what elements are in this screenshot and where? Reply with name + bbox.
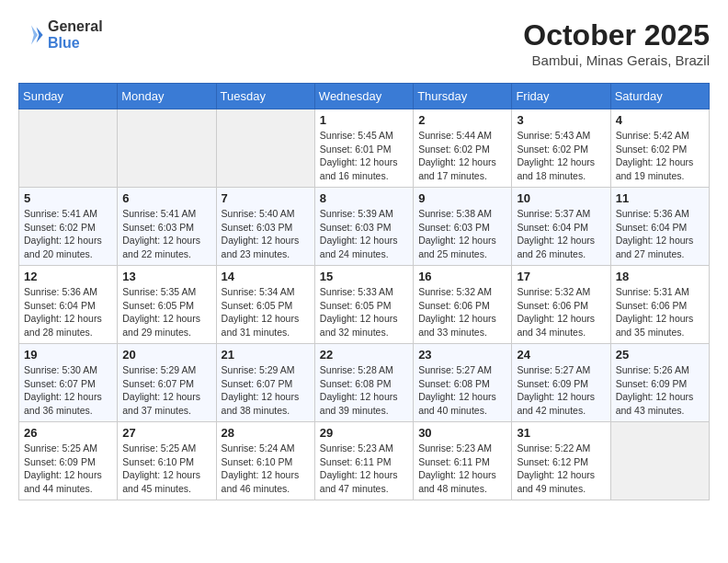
- day-number: 22: [320, 348, 408, 362]
- day-number: 28: [222, 426, 310, 440]
- day-number: 1: [320, 113, 408, 127]
- day-number: 4: [616, 113, 704, 127]
- week-row-4: 19Sunrise: 5:30 AM Sunset: 6:07 PM Dayli…: [19, 344, 710, 422]
- day-header-tuesday: Tuesday: [216, 84, 314, 109]
- day-cell: 14Sunrise: 5:34 AM Sunset: 6:05 PM Dayli…: [216, 266, 314, 344]
- day-cell: 21Sunrise: 5:29 AM Sunset: 6:07 PM Dayli…: [216, 344, 314, 422]
- logo-icon: [18, 22, 44, 48]
- day-number: 23: [418, 348, 506, 362]
- day-number: 29: [320, 426, 408, 440]
- day-number: 12: [24, 270, 112, 283]
- day-cell: 30Sunrise: 5:23 AM Sunset: 6:11 PM Dayli…: [414, 422, 512, 500]
- day-info: Sunrise: 5:32 AM Sunset: 6:06 PM Dayligh…: [517, 285, 605, 339]
- day-number: 25: [616, 348, 704, 362]
- day-cell: 19Sunrise: 5:30 AM Sunset: 6:07 PM Dayli…: [19, 344, 118, 422]
- day-header-saturday: Saturday: [610, 84, 709, 109]
- day-info: Sunrise: 5:44 AM Sunset: 6:02 PM Dayligh…: [418, 129, 506, 183]
- day-cell: 5Sunrise: 5:41 AM Sunset: 6:02 PM Daylig…: [19, 188, 118, 266]
- day-cell: 31Sunrise: 5:22 AM Sunset: 6:12 PM Dayli…: [512, 422, 610, 500]
- day-header-monday: Monday: [118, 84, 216, 109]
- day-info: Sunrise: 5:25 AM Sunset: 6:10 PM Dayligh…: [122, 442, 210, 496]
- day-cell: 4Sunrise: 5:42 AM Sunset: 6:02 PM Daylig…: [610, 109, 709, 188]
- day-info: Sunrise: 5:32 AM Sunset: 6:06 PM Dayligh…: [418, 285, 506, 339]
- day-info: Sunrise: 5:33 AM Sunset: 6:05 PM Dayligh…: [320, 285, 408, 339]
- day-cell: [610, 422, 709, 500]
- day-number: 15: [320, 270, 408, 283]
- day-header-sunday: Sunday: [19, 84, 118, 109]
- day-cell: [216, 109, 314, 188]
- day-info: Sunrise: 5:23 AM Sunset: 6:11 PM Dayligh…: [320, 442, 408, 496]
- day-cell: 27Sunrise: 5:25 AM Sunset: 6:10 PM Dayli…: [118, 422, 216, 500]
- day-info: Sunrise: 5:22 AM Sunset: 6:12 PM Dayligh…: [517, 442, 605, 496]
- day-number: 14: [222, 270, 310, 283]
- day-info: Sunrise: 5:28 AM Sunset: 6:08 PM Dayligh…: [320, 363, 408, 418]
- day-number: 13: [122, 270, 210, 283]
- day-info: Sunrise: 5:29 AM Sunset: 6:07 PM Dayligh…: [122, 363, 210, 418]
- day-number: 30: [418, 426, 506, 440]
- day-info: Sunrise: 5:42 AM Sunset: 6:02 PM Dayligh…: [616, 129, 704, 183]
- day-cell: 9Sunrise: 5:38 AM Sunset: 6:03 PM Daylig…: [414, 188, 512, 266]
- week-row-5: 26Sunrise: 5:25 AM Sunset: 6:09 PM Dayli…: [19, 422, 710, 500]
- day-number: 17: [517, 270, 605, 283]
- day-info: Sunrise: 5:29 AM Sunset: 6:07 PM Dayligh…: [222, 363, 310, 418]
- day-cell: 2Sunrise: 5:44 AM Sunset: 6:02 PM Daylig…: [414, 109, 512, 188]
- day-info: Sunrise: 5:45 AM Sunset: 6:01 PM Dayligh…: [320, 129, 408, 183]
- page-header: General Blue October 2025 Bambui, Minas …: [18, 18, 710, 68]
- day-number: 11: [616, 191, 704, 205]
- day-cell: 10Sunrise: 5:37 AM Sunset: 6:04 PM Dayli…: [512, 188, 610, 266]
- logo: General Blue: [18, 18, 103, 51]
- day-number: 20: [122, 348, 210, 362]
- day-cell: 29Sunrise: 5:23 AM Sunset: 6:11 PM Dayli…: [314, 422, 413, 500]
- day-cell: 20Sunrise: 5:29 AM Sunset: 6:07 PM Dayli…: [118, 344, 216, 422]
- day-number: 18: [616, 270, 704, 283]
- day-info: Sunrise: 5:27 AM Sunset: 6:08 PM Dayligh…: [418, 363, 506, 418]
- day-number: 3: [517, 113, 605, 127]
- day-number: 2: [418, 113, 506, 127]
- day-info: Sunrise: 5:41 AM Sunset: 6:03 PM Dayligh…: [122, 207, 210, 261]
- logo-text: General Blue: [48, 18, 103, 51]
- day-header-wednesday: Wednesday: [314, 84, 413, 109]
- day-info: Sunrise: 5:43 AM Sunset: 6:02 PM Dayligh…: [517, 129, 605, 183]
- day-number: 19: [24, 348, 112, 362]
- day-info: Sunrise: 5:23 AM Sunset: 6:11 PM Dayligh…: [418, 442, 506, 496]
- day-cell: 22Sunrise: 5:28 AM Sunset: 6:08 PM Dayli…: [314, 344, 413, 422]
- day-info: Sunrise: 5:34 AM Sunset: 6:05 PM Dayligh…: [222, 285, 310, 339]
- day-info: Sunrise: 5:36 AM Sunset: 6:04 PM Dayligh…: [24, 285, 112, 339]
- day-info: Sunrise: 5:38 AM Sunset: 6:03 PM Dayligh…: [418, 207, 506, 261]
- day-info: Sunrise: 5:30 AM Sunset: 6:07 PM Dayligh…: [24, 363, 112, 418]
- day-cell: 23Sunrise: 5:27 AM Sunset: 6:08 PM Dayli…: [414, 344, 512, 422]
- day-number: 5: [24, 191, 112, 205]
- day-cell: 17Sunrise: 5:32 AM Sunset: 6:06 PM Dayli…: [512, 266, 610, 344]
- day-number: 21: [222, 348, 310, 362]
- day-cell: 7Sunrise: 5:40 AM Sunset: 6:03 PM Daylig…: [216, 188, 314, 266]
- calendar-header-row: SundayMondayTuesdayWednesdayThursdayFrid…: [19, 84, 710, 109]
- day-info: Sunrise: 5:26 AM Sunset: 6:09 PM Dayligh…: [616, 363, 704, 418]
- day-header-thursday: Thursday: [414, 84, 512, 109]
- day-info: Sunrise: 5:31 AM Sunset: 6:06 PM Dayligh…: [616, 285, 704, 339]
- day-info: Sunrise: 5:24 AM Sunset: 6:10 PM Dayligh…: [222, 442, 310, 496]
- day-number: 9: [418, 191, 506, 205]
- day-number: 26: [24, 426, 112, 440]
- day-info: Sunrise: 5:40 AM Sunset: 6:03 PM Dayligh…: [222, 207, 310, 261]
- day-cell: 16Sunrise: 5:32 AM Sunset: 6:06 PM Dayli…: [414, 266, 512, 344]
- day-cell: 8Sunrise: 5:39 AM Sunset: 6:03 PM Daylig…: [314, 188, 413, 266]
- day-cell: 11Sunrise: 5:36 AM Sunset: 6:04 PM Dayli…: [610, 188, 709, 266]
- day-number: 10: [517, 191, 605, 205]
- title-block: October 2025 Bambui, Minas Gerais, Brazi…: [523, 18, 710, 68]
- day-cell: 15Sunrise: 5:33 AM Sunset: 6:05 PM Dayli…: [314, 266, 413, 344]
- logo-blue: Blue: [48, 35, 103, 52]
- day-cell: 25Sunrise: 5:26 AM Sunset: 6:09 PM Dayli…: [610, 344, 709, 422]
- logo-general: General: [48, 18, 103, 35]
- day-info: Sunrise: 5:41 AM Sunset: 6:02 PM Dayligh…: [24, 207, 112, 261]
- day-info: Sunrise: 5:39 AM Sunset: 6:03 PM Dayligh…: [320, 207, 408, 261]
- week-row-2: 5Sunrise: 5:41 AM Sunset: 6:02 PM Daylig…: [19, 188, 710, 266]
- day-number: 24: [517, 348, 605, 362]
- day-cell: 26Sunrise: 5:25 AM Sunset: 6:09 PM Dayli…: [19, 422, 118, 500]
- week-row-1: 1Sunrise: 5:45 AM Sunset: 6:01 PM Daylig…: [19, 109, 710, 188]
- day-number: 6: [122, 191, 210, 205]
- day-cell: 13Sunrise: 5:35 AM Sunset: 6:05 PM Dayli…: [118, 266, 216, 344]
- day-cell: [19, 109, 118, 188]
- day-cell: 12Sunrise: 5:36 AM Sunset: 6:04 PM Dayli…: [19, 266, 118, 344]
- day-number: 27: [122, 426, 210, 440]
- day-info: Sunrise: 5:35 AM Sunset: 6:05 PM Dayligh…: [122, 285, 210, 339]
